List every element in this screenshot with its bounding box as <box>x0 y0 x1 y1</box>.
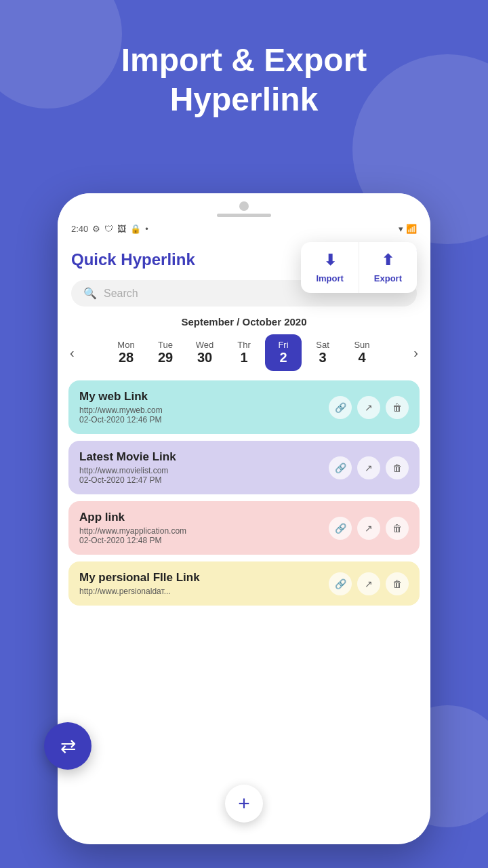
card-url-3: http://www.myapplication.com <box>79 526 329 536</box>
card-actions-3: 🔗 ↗ 🗑 <box>329 517 409 540</box>
calendar-section: September / October 2020 ‹ Mon 28 Tue 29… <box>58 316 430 371</box>
card-content-1: My web Link http://www.myweb.com 02-Oct-… <box>79 390 329 425</box>
calendar-prev-arrow[interactable]: ‹ <box>64 345 80 361</box>
calendar-days-list: Mon 28 Tue 29 Wed 30 Thr 1 Fri 2 Sat 3 S… <box>80 334 409 371</box>
link-copy-btn-3[interactable]: 🔗 <box>329 517 352 540</box>
phone-speaker <box>217 214 271 217</box>
export-label: Export <box>374 273 402 283</box>
export-icon: ⬆ <box>382 252 394 269</box>
delete-btn-3[interactable]: 🗑 <box>386 517 409 540</box>
ext-fab-icon: ⇄ <box>60 735 76 757</box>
day-name: Mon <box>117 340 134 350</box>
card-title-3: App link <box>79 511 329 524</box>
signal-icon: 📶 <box>406 224 417 234</box>
external-fab[interactable]: ⇄ <box>44 722 92 770</box>
delete-btn-4[interactable]: 🗑 <box>386 572 409 595</box>
hero-title: Import & Export Hyperlink <box>0 41 488 119</box>
day-name: Sun <box>354 340 369 350</box>
calendar-days: ‹ Mon 28 Tue 29 Wed 30 Thr 1 Fri 2 Sat 3… <box>64 334 424 371</box>
search-icon: 🔍 <box>83 287 97 300</box>
link-card-2[interactable]: Latest Movie Link http://www.movielist.c… <box>68 441 420 494</box>
time-display: 2:40 <box>71 224 88 234</box>
wifi-icon: ▾ <box>399 224 403 234</box>
delete-btn-1[interactable]: 🗑 <box>386 396 409 419</box>
calendar-day-fri[interactable]: Fri 2 <box>265 334 302 371</box>
lock-icon: 🔒 <box>130 224 141 234</box>
card-title-2: Latest Movie Link <box>79 450 329 464</box>
card-date-3: 02-Oct-2020 12:48 PM <box>79 536 329 545</box>
delete-btn-2[interactable]: 🗑 <box>386 456 409 479</box>
link-copy-btn-1[interactable]: 🔗 <box>329 396 352 419</box>
phone-mockup: 2:40 ⚙ 🛡 🖼 🔒 • ▾ 📶 Quick Hyperlink ⇄ ☰ ⬇… <box>58 193 430 844</box>
calendar-day-sun[interactable]: Sun 4 <box>344 334 380 371</box>
app-title: Quick Hyperlink <box>71 250 195 269</box>
link-copy-btn-4[interactable]: 🔗 <box>329 572 352 595</box>
shield-icon: 🛡 <box>104 224 113 234</box>
settings-icon: ⚙ <box>92 224 100 234</box>
card-content-4: My persional FIle Link http://www.persio… <box>79 571 329 596</box>
share-btn-1[interactable]: ↗ <box>357 396 380 419</box>
phone-top <box>58 193 430 221</box>
calendar-day-sat[interactable]: Sat 3 <box>304 334 341 371</box>
calendar-month: September / October 2020 <box>64 316 424 328</box>
card-content-2: Latest Movie Link http://www.movielist.c… <box>79 450 329 485</box>
import-label: Import <box>316 273 343 283</box>
day-name: Sat <box>316 340 329 350</box>
add-icon: + <box>238 792 250 815</box>
day-num: 3 <box>319 350 326 366</box>
phone-camera <box>239 201 249 211</box>
card-actions-4: 🔗 ↗ 🗑 <box>329 572 409 595</box>
day-num: 4 <box>358 350 365 366</box>
day-num: 28 <box>119 350 134 366</box>
calendar-day-tue[interactable]: Tue 29 <box>147 334 184 371</box>
calendar-day-thr[interactable]: Thr 1 <box>226 334 262 371</box>
day-name: Thr <box>237 340 251 350</box>
share-btn-4[interactable]: ↗ <box>357 572 380 595</box>
calendar-day-mon[interactable]: Mon 28 <box>108 334 144 371</box>
export-button[interactable]: ⬆ Export <box>359 242 417 293</box>
status-bar: 2:40 ⚙ 🛡 🖼 🔒 • ▾ 📶 <box>58 221 430 237</box>
card-content-3: App link http://www.myapplication.com 02… <box>79 511 329 545</box>
status-left: 2:40 ⚙ 🛡 🖼 🔒 • <box>71 224 148 234</box>
day-num: 2 <box>279 350 287 366</box>
link-card-3[interactable]: App link http://www.myapplication.com 02… <box>68 501 420 555</box>
card-actions-1: 🔗 ↗ 🗑 <box>329 396 409 419</box>
dot-indicator: • <box>145 224 148 234</box>
card-date-1: 02-Oct-2020 12:46 PM <box>79 415 329 425</box>
import-export-popup: ⬇ Import ⬆ Export <box>301 242 417 293</box>
card-title-4: My persional FIle Link <box>79 571 329 585</box>
day-num: 29 <box>158 350 173 366</box>
add-fab[interactable]: + <box>225 785 263 823</box>
day-num: 1 <box>240 350 247 366</box>
card-actions-2: 🔗 ↗ 🗑 <box>329 456 409 479</box>
card-url-1: http://www.myweb.com <box>79 406 329 415</box>
link-card-4[interactable]: My persional FIle Link http://www.persio… <box>68 561 420 606</box>
search-placeholder: Search <box>104 288 138 300</box>
day-num: 30 <box>197 350 212 366</box>
day-name: Wed <box>196 340 214 350</box>
import-icon: ⬇ <box>324 252 336 269</box>
card-url-2: http://www.movielist.com <box>79 466 329 475</box>
cards-section: My web Link http://www.myweb.com 02-Oct-… <box>58 371 430 606</box>
link-card-1[interactable]: My web Link http://www.myweb.com 02-Oct-… <box>68 380 420 434</box>
share-btn-2[interactable]: ↗ <box>357 456 380 479</box>
link-copy-btn-2[interactable]: 🔗 <box>329 456 352 479</box>
status-right: ▾ 📶 <box>399 224 417 234</box>
card-title-1: My web Link <box>79 390 329 403</box>
card-url-4: http://www.persionaldат... <box>79 587 329 596</box>
image-icon: 🖼 <box>117 224 126 234</box>
share-btn-3[interactable]: ↗ <box>357 517 380 540</box>
day-name: Fri <box>278 340 288 350</box>
card-date-2: 02-Oct-2020 12:47 PM <box>79 475 329 485</box>
calendar-day-wed[interactable]: Wed 30 <box>186 334 223 371</box>
day-name: Tue <box>158 340 173 350</box>
import-button[interactable]: ⬇ Import <box>301 242 359 293</box>
calendar-next-arrow[interactable]: › <box>408 345 424 361</box>
